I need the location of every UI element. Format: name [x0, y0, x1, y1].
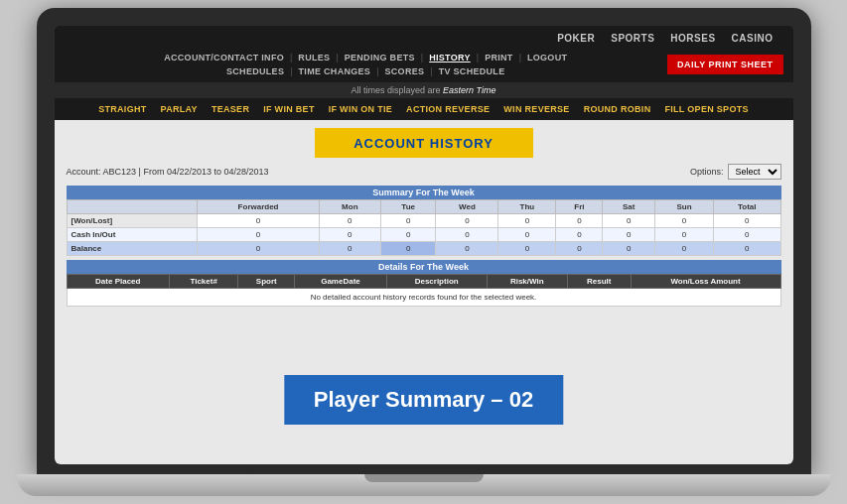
cell: 0	[436, 228, 498, 242]
details-title: Details For The Week	[67, 260, 781, 274]
row-cashinout-label: Cash In/Out	[67, 228, 198, 242]
cell: 0	[556, 228, 603, 242]
top-nav-item-poker[interactable]: POKER	[549, 30, 603, 47]
cell: 0	[603, 242, 655, 256]
top-nav-item-casino[interactable]: CASINO	[724, 30, 781, 47]
col-wed: Wed	[436, 200, 498, 214]
cell: 0	[380, 242, 435, 256]
nav-logout[interactable]: LOGOUT	[521, 51, 573, 64]
cell: 0	[655, 242, 714, 256]
table-row-balance: Balance 0 0 0 0 0 0 0 0 0	[67, 242, 780, 256]
details-col-description: Description	[386, 275, 487, 289]
account-info-text: Account: ABC123 | From 04/22/2013 to 04/…	[67, 167, 269, 177]
header-area: ACCOUNT/CONTACT INFO | RULES | PENDING B…	[55, 51, 793, 82]
bet-type-round-robin[interactable]: ROUND ROBIN	[579, 102, 656, 116]
screen-bezel: POKER SPORTS HORSES CASINO ACCOUNT/CONTA…	[55, 26, 793, 464]
cell: 0	[498, 214, 556, 228]
main-content: ACCOUNT HISTORY Account: ABC123 | From 0…	[55, 120, 793, 464]
table-row: [Won/Lost] 0 0 0 0 0 0 0 0 0	[67, 214, 780, 228]
cell: 0	[556, 242, 603, 256]
nav-pending-bets[interactable]: PENDING BETS	[339, 51, 421, 64]
col-fri: Fri	[556, 200, 603, 214]
col-forwarded: Forwarded	[198, 200, 319, 214]
timezone-value: Eastern Time	[443, 85, 495, 95]
top-nav: POKER SPORTS HORSES CASINO	[55, 26, 793, 51]
nav-schedules[interactable]: SCHEDULES	[220, 64, 290, 78]
player-summary-overlay: Player Summary – 02	[284, 375, 563, 425]
row-wonlost-label: [Won/Lost]	[67, 214, 198, 228]
cell: 0	[436, 242, 498, 256]
col-label	[67, 200, 198, 214]
details-col-ticket: Ticket#	[169, 275, 237, 289]
bet-type-action-reverse[interactable]: ACTION REVERSE	[401, 102, 494, 116]
no-records-row: No detailed account history records foun…	[67, 289, 780, 307]
options-label: Options:	[690, 167, 724, 177]
cell: 0	[436, 214, 498, 228]
details-col-wonloss: Won/Loss Amount	[631, 275, 780, 289]
summary-table: Forwarded Mon Tue Wed Thu Fri Sat Sun To…	[67, 199, 781, 256]
cell: 0	[714, 228, 780, 242]
cell: 0	[603, 214, 655, 228]
nav-rules[interactable]: RULES	[292, 51, 336, 64]
cell: 0	[714, 242, 780, 256]
screen-wrapper: POKER SPORTS HORSES CASINO ACCOUNT/CONTA…	[55, 26, 793, 464]
nav-tv-schedule[interactable]: TV SCHEDULE	[433, 64, 511, 78]
bet-type-win-reverse[interactable]: WIN REVERSE	[498, 102, 574, 116]
cell: 0	[556, 214, 603, 228]
details-section: Details For The Week Date Placed Ticket#…	[67, 260, 781, 307]
nav-row1: ACCOUNT/CONTACT INFO | RULES | PENDING B…	[158, 51, 573, 64]
account-history-title: ACCOUNT HISTORY	[315, 128, 533, 158]
details-table: Date Placed Ticket# Sport GameDate Descr…	[67, 274, 781, 307]
laptop-base	[17, 474, 831, 496]
details-col-gamedate: GameDate	[295, 275, 386, 289]
cell: 0	[498, 242, 556, 256]
bet-type-teaser[interactable]: TEASER	[207, 102, 254, 116]
nav-scores[interactable]: SCORES	[379, 64, 431, 78]
cell: 0	[319, 242, 380, 256]
row-balance-label: Balance	[67, 242, 198, 256]
header-left: ACCOUNT/CONTACT INFO | RULES | PENDING B…	[65, 51, 667, 78]
cell: 0	[498, 228, 556, 242]
details-col-date: Date Placed	[67, 275, 169, 289]
cell: 0	[380, 214, 435, 228]
col-thu: Thu	[498, 200, 556, 214]
top-nav-item-horses[interactable]: HORSES	[662, 30, 723, 47]
table-row: Cash In/Out 0 0 0 0 0 0 0 0 0	[67, 228, 780, 242]
cell: 0	[319, 214, 380, 228]
nav-time-changes[interactable]: TIME CHANGES	[293, 64, 377, 78]
timezone-bar: All times displayed are Eastern Time	[55, 82, 793, 98]
cell: 0	[198, 228, 319, 242]
laptop-frame: POKER SPORTS HORSES CASINO ACCOUNT/CONTA…	[37, 8, 811, 474]
bet-type-nav: STRAIGHT PARLAY TEASER IF WIN BET IF WIN…	[55, 98, 793, 120]
col-tue: Tue	[380, 200, 435, 214]
summary-title: Summary For The Week	[67, 186, 781, 199]
account-info-row: Account: ABC123 | From 04/22/2013 to 04/…	[67, 164, 781, 180]
top-nav-item-sports[interactable]: SPORTS	[603, 30, 662, 47]
bet-type-fill-open-spots[interactable]: FILL OPEN SPOTS	[659, 102, 753, 116]
cell: 0	[655, 228, 714, 242]
laptop-base-notch	[364, 474, 484, 482]
col-sun: Sun	[655, 200, 714, 214]
no-records-message: No detailed account history records foun…	[67, 289, 780, 307]
timezone-prefix: All times displayed are	[352, 85, 441, 95]
options-select[interactable]: Select	[728, 164, 781, 180]
cell: 0	[603, 228, 655, 242]
details-col-result: Result	[567, 275, 631, 289]
details-col-sport: Sport	[238, 275, 295, 289]
col-mon: Mon	[319, 200, 380, 214]
nav-account[interactable]: ACCOUNT/CONTACT INFO	[158, 51, 290, 64]
details-col-riskwin: Risk/Win	[487, 275, 567, 289]
bet-type-if-win-on-tie[interactable]: IF WIN ON TIE	[324, 102, 397, 116]
daily-print-button[interactable]: DAILY PRINT SHEET	[667, 55, 783, 74]
cell: 0	[198, 242, 319, 256]
summary-section: Summary For The Week Forwarded Mon Tue W…	[67, 186, 781, 256]
nav-print[interactable]: PRINT	[479, 51, 519, 64]
bet-type-straight[interactable]: STRAIGHT	[93, 102, 151, 116]
bet-type-parlay[interactable]: PARLAY	[156, 102, 203, 116]
cell: 0	[198, 214, 319, 228]
cell: 0	[380, 228, 435, 242]
col-sat: Sat	[603, 200, 655, 214]
bet-type-if-win-bet[interactable]: IF WIN BET	[258, 102, 320, 116]
cell: 0	[714, 214, 780, 228]
nav-history[interactable]: HISTORY	[423, 51, 477, 64]
